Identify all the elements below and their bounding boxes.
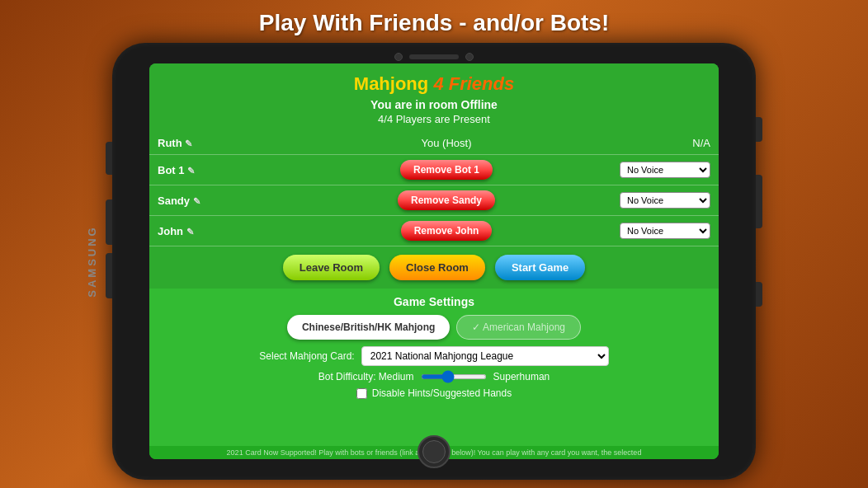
difficulty-slider[interactable] [421,374,487,379]
sensor-dot [465,53,474,61]
players-info: 4/4 Players are Present [156,113,712,125]
right-button-top[interactable] [756,117,762,142]
settings-title: Game Settings [159,295,709,308]
voice-sandy-cell: No Voice Female 1 Male 1 [611,185,719,216]
voice-select-sandy[interactable]: No Voice Female 1 Male 1 [620,192,710,209]
remove-john-cell: Remove John [281,216,611,246]
player-name-ruth: Ruth ✎ [149,132,281,155]
leave-room-button[interactable]: Leave Room [283,255,380,280]
remove-sandy-button[interactable]: Remove Sandy [398,190,495,210]
difficulty-high-label: Superhuman [493,371,550,382]
american-mahjong-button[interactable]: ✓ American Mahjong [456,315,581,340]
start-game-button[interactable]: Start Game [495,255,585,280]
app-header: Mahjong 4 Friends You are in room Offlin… [149,63,719,132]
card-select-label: Select Mahjong Card: [259,350,354,362]
app-title: Mahjong 4 Friends [156,73,712,95]
remove-bot1-button[interactable]: Remove Bot 1 [400,160,493,180]
players-table: Ruth ✎ You (Host) N/A Bot 1 ✎ Remove Bot… [149,132,719,246]
card-select-row: Select Mahjong Card: 2021 National Mahjo… [159,346,709,366]
hints-checkbox-row: Disable Hints/Suggested Hands [159,387,709,399]
title-mahjong: Mahjong [354,73,428,94]
right-button-bottom[interactable] [756,282,762,307]
power-button-right[interactable] [756,175,762,228]
room-info: You are in room Offline [156,98,712,111]
edit-icon-sandy[interactable]: ✎ [193,196,200,206]
table-row: John ✎ Remove John No Voice Female 1 Mal… [149,216,719,246]
edit-icon-john[interactable]: ✎ [186,227,194,237]
difficulty-row: Bot Difficulty: Medium Superhuman [159,371,709,382]
close-room-button[interactable]: Close Room [389,255,485,280]
volume-down-button[interactable] [106,253,112,298]
power-button-left[interactable] [106,142,112,175]
player-voice-ruth: N/A [611,132,719,155]
difficulty-label: Bot Difficulty: Medium [318,371,414,382]
earpiece-speaker [409,54,459,59]
table-row: Sandy ✎ Remove Sandy No Voice Female 1 M… [149,185,719,216]
title-friends: 4 Friends [433,73,514,94]
game-settings: Game Settings Chinese/British/HK Mahjong… [149,289,719,446]
player-name-bot1: Bot 1 ✎ [149,155,281,185]
remove-sandy-cell: Remove Sandy [281,185,611,216]
action-buttons: Leave Room Close Room Start Game [149,246,719,289]
voice-select-bot1[interactable]: No Voice Female 1 Male 1 [620,162,710,178]
phone-screen: Mahjong 4 Friends You are in room Offlin… [149,63,719,459]
remove-john-button[interactable]: Remove John [401,221,493,241]
table-row: Bot 1 ✎ Remove Bot 1 No Voice Female 1 M… [149,155,719,185]
player-name-john: John ✎ [149,216,281,246]
edit-icon-ruth[interactable]: ✎ [185,138,192,148]
samsung-label: SAMSUNG [86,225,98,297]
card-type-buttons: Chinese/British/HK Mahjong ✓ American Ma… [159,315,709,340]
voice-john-cell: No Voice Female 1 Male 1 [611,216,719,246]
voice-select-john[interactable]: No Voice Female 1 Male 1 [620,223,710,239]
player-name-sandy: Sandy ✎ [149,185,281,216]
home-button[interactable] [417,435,451,468]
remove-bot1-cell: Remove Bot 1 [281,155,611,185]
phone-top-bar [394,53,474,61]
volume-up-button[interactable] [106,199,112,245]
player-status-ruth: You (Host) [281,132,611,155]
front-camera [394,53,403,61]
page-title: Play With Friends - and/or Bots! [259,10,609,36]
hints-checkbox-label: Disable Hints/Suggested Hands [372,387,512,399]
phone-frame: SAMSUNG Mahjong 4 Friends You are in roo… [112,43,756,480]
table-row: Ruth ✎ You (Host) N/A [149,132,719,155]
disable-hints-checkbox[interactable] [356,388,367,399]
chinese-mahjong-button[interactable]: Chinese/British/HK Mahjong [287,315,450,340]
card-select-dropdown[interactable]: 2021 National Mahjongg League 2020 Natio… [361,346,609,366]
voice-bot1-cell: No Voice Female 1 Male 1 [611,155,719,185]
home-button-inner [422,440,446,463]
edit-icon-bot1[interactable]: ✎ [187,166,195,176]
